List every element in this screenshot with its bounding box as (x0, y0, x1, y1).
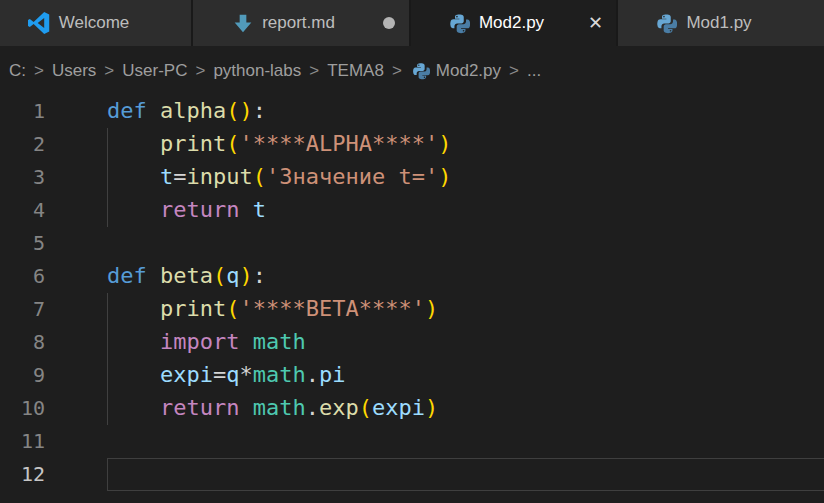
vscode-editor-window: Welcome report.md Mod2.py ✕ (0, 0, 824, 503)
tab-mod2-py[interactable]: Mod2.py ✕ (411, 0, 618, 46)
code-line[interactable]: 5 (0, 227, 824, 260)
line-content: print('****ALPHA****') (107, 128, 824, 161)
line-content: print('****BETA****') (107, 293, 824, 326)
code-line[interactable]: 2 print('****ALPHA****') (0, 128, 824, 161)
line-number[interactable]: 11 (0, 425, 45, 458)
python-icon (449, 13, 470, 34)
chevron-right-icon: > (34, 61, 44, 81)
line-number[interactable]: 6 (0, 260, 45, 293)
line-content (107, 425, 824, 458)
tab-mod1-py[interactable]: Mod1.py (618, 0, 824, 46)
python-icon (656, 13, 677, 34)
python-icon (412, 62, 430, 80)
breadcrumb-item-user-pc[interactable]: User-PC (122, 61, 187, 81)
line-number[interactable]: 5 (0, 227, 45, 260)
markdown-icon (233, 12, 253, 34)
breadcrumb-item-users[interactable]: Users (52, 61, 96, 81)
breadcrumb-item-symbols[interactable]: ... (527, 61, 541, 81)
code-line[interactable]: 4 return t (0, 194, 824, 227)
line-content: expi=q*math.pi (107, 359, 824, 392)
code-line[interactable]: 11 (0, 425, 824, 458)
line-content: return math.exp(expi) (107, 392, 824, 425)
editor-tab-bar: Welcome report.md Mod2.py ✕ (0, 0, 824, 46)
chevron-right-icon: > (309, 61, 319, 81)
line-content: t=input('Значение t=') (107, 161, 824, 194)
line-number[interactable]: 10 (0, 392, 45, 425)
line-number[interactable]: 1 (0, 95, 45, 128)
code-line[interactable]: 12 (0, 458, 824, 491)
tab-report-md[interactable]: report.md (193, 0, 411, 46)
breadcrumb-item-drive[interactable]: C: (9, 61, 26, 81)
tab-welcome[interactable]: Welcome (0, 0, 193, 46)
vscode-logo-icon (28, 12, 50, 34)
tab-label: Welcome (59, 13, 130, 33)
line-number[interactable]: 12 (0, 458, 45, 491)
line-number[interactable]: 7 (0, 293, 45, 326)
breadcrumb-item-file[interactable]: Mod2.py (436, 61, 501, 81)
line-number[interactable]: 9 (0, 359, 45, 392)
chevron-right-icon: > (104, 61, 114, 81)
code-line[interactable]: 1def alpha(): (0, 95, 824, 128)
line-content (107, 227, 824, 260)
modified-dot-icon[interactable] (383, 17, 395, 29)
current-line-highlight (107, 458, 824, 491)
line-content: import math (107, 326, 824, 359)
code-area[interactable]: 1def alpha():2 print('****ALPHA****')3 t… (0, 95, 824, 503)
code-line[interactable]: 6def beta(q): (0, 260, 824, 293)
code-line[interactable]: 9 expi=q*math.pi (0, 359, 824, 392)
tab-label: Mod1.py (686, 13, 751, 33)
code-line[interactable]: 7 print('****BETA****') (0, 293, 824, 326)
line-number[interactable]: 3 (0, 161, 45, 194)
code-line[interactable]: 3 t=input('Значение t=') (0, 161, 824, 194)
chevron-right-icon: > (392, 61, 402, 81)
line-number[interactable]: 8 (0, 326, 45, 359)
tab-label: Mod2.py (479, 13, 544, 33)
line-content: def alpha(): (107, 95, 824, 128)
breadcrumb: C: > Users > User-PC > python-labs > ТЕМ… (0, 46, 824, 95)
chevron-right-icon: > (195, 61, 205, 81)
line-number[interactable]: 4 (0, 194, 45, 227)
code-line[interactable]: 8 import math (0, 326, 824, 359)
line-number[interactable]: 2 (0, 128, 45, 161)
line-content: def beta(q): (107, 260, 824, 293)
line-content: return t (107, 194, 824, 227)
chevron-right-icon: > (509, 61, 519, 81)
code-line[interactable]: 10 return math.exp(expi) (0, 392, 824, 425)
close-icon[interactable]: ✕ (588, 14, 603, 32)
breadcrumb-item-tema8[interactable]: ТЕМА8 (327, 61, 384, 81)
tab-label: report.md (262, 13, 335, 33)
breadcrumb-item-python-labs[interactable]: python-labs (213, 61, 301, 81)
